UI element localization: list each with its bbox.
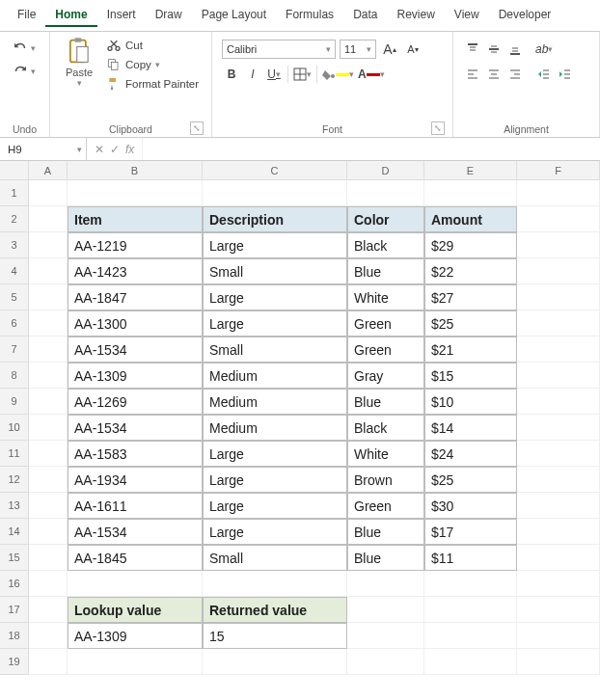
- borders-button[interactable]: ▾: [292, 65, 313, 84]
- cell-D4[interactable]: Blue: [347, 258, 424, 284]
- cell-A12[interactable]: [29, 467, 68, 493]
- cell-B5[interactable]: AA-1847: [68, 284, 203, 310]
- cell-A2[interactable]: [29, 206, 68, 232]
- cell-A10[interactable]: [29, 415, 68, 441]
- cell-F16[interactable]: [517, 571, 600, 597]
- cell-D6[interactable]: Green: [347, 310, 424, 337]
- cell-F19[interactable]: [517, 649, 600, 675]
- row-header-12[interactable]: 12: [0, 467, 29, 493]
- cell-C14[interactable]: Large: [203, 519, 347, 545]
- row-header-19[interactable]: 19: [0, 649, 29, 675]
- cell-C15[interactable]: Small: [203, 545, 347, 571]
- cell-A7[interactable]: [29, 337, 68, 363]
- menu-tab-insert[interactable]: Insert: [97, 4, 146, 27]
- menu-tab-data[interactable]: Data: [343, 4, 387, 27]
- cell-D17[interactable]: [347, 597, 424, 623]
- cell-A13[interactable]: [29, 493, 68, 519]
- cell-E8[interactable]: $15: [424, 363, 517, 389]
- cell-D5[interactable]: White: [347, 284, 424, 310]
- cell-C4[interactable]: Small: [203, 258, 347, 284]
- cell-F8[interactable]: [517, 363, 600, 389]
- cell-E13[interactable]: $30: [424, 493, 517, 519]
- cell-C8[interactable]: Medium: [203, 363, 347, 389]
- row-header-3[interactable]: 3: [0, 232, 29, 258]
- cell-F11[interactable]: [517, 441, 600, 467]
- cell-D11[interactable]: White: [347, 441, 424, 467]
- cell-B6[interactable]: AA-1300: [68, 310, 203, 337]
- row-header-6[interactable]: 6: [0, 310, 29, 337]
- cell-F6[interactable]: [517, 310, 600, 337]
- increase-font-button[interactable]: A▴: [380, 40, 399, 59]
- row-header-4[interactable]: 4: [0, 258, 29, 284]
- cell-A9[interactable]: [29, 389, 68, 415]
- cell-B16[interactable]: [68, 571, 203, 597]
- cell-E18[interactable]: [424, 623, 517, 649]
- cell-E16[interactable]: [424, 571, 517, 597]
- menu-tab-home[interactable]: Home: [45, 4, 96, 27]
- cell-B9[interactable]: AA-1269: [68, 389, 203, 415]
- cell-E10[interactable]: $14: [424, 415, 517, 441]
- cell-B1[interactable]: [68, 180, 203, 206]
- cell-D13[interactable]: Green: [347, 493, 424, 519]
- cell-B19[interactable]: [68, 649, 203, 675]
- cell-B12[interactable]: AA-1934: [68, 467, 203, 493]
- cell-E5[interactable]: $27: [424, 284, 517, 310]
- cell-E1[interactable]: [424, 180, 517, 206]
- cell-E3[interactable]: $29: [424, 232, 517, 258]
- align-left-button[interactable]: [463, 65, 482, 84]
- row-header-5[interactable]: 5: [0, 284, 29, 310]
- redo-button[interactable]: ▾: [12, 63, 38, 80]
- cell-D19[interactable]: [347, 649, 424, 675]
- cell-A18[interactable]: [29, 623, 68, 649]
- cell-A15[interactable]: [29, 545, 68, 571]
- row-header-10[interactable]: 10: [0, 415, 29, 441]
- row-header-11[interactable]: 11: [0, 441, 29, 467]
- fx-icon[interactable]: fx: [125, 143, 134, 156]
- cell-F12[interactable]: [517, 467, 600, 493]
- col-header-D[interactable]: D: [347, 161, 424, 180]
- row-header-15[interactable]: 15: [0, 545, 29, 571]
- cell-C13[interactable]: Large: [203, 493, 347, 519]
- increase-indent-button[interactable]: [556, 65, 575, 84]
- col-header-B[interactable]: B: [68, 161, 203, 180]
- cell-C17[interactable]: Returned value: [203, 597, 347, 623]
- cell-B8[interactable]: AA-1309: [68, 363, 203, 389]
- row-header-13[interactable]: 13: [0, 493, 29, 519]
- cell-F7[interactable]: [517, 337, 600, 363]
- align-middle-button[interactable]: [484, 40, 504, 59]
- cell-F5[interactable]: [517, 284, 600, 310]
- col-header-E[interactable]: E: [424, 161, 517, 180]
- cell-E7[interactable]: $21: [424, 337, 517, 363]
- cell-C18[interactable]: 15: [203, 623, 347, 649]
- cell-F17[interactable]: [517, 597, 600, 623]
- align-bottom-button[interactable]: [505, 40, 525, 59]
- cell-B15[interactable]: AA-1845: [68, 545, 203, 571]
- cell-E15[interactable]: $11: [424, 545, 517, 571]
- decrease-font-button[interactable]: A▾: [403, 40, 423, 59]
- cell-A1[interactable]: [29, 180, 68, 206]
- font-size-select[interactable]: 11▾: [340, 40, 376, 59]
- cancel-formula-icon[interactable]: ✕: [95, 143, 104, 156]
- cell-B2[interactable]: Item: [68, 206, 203, 232]
- cell-A8[interactable]: [29, 363, 68, 389]
- row-header-9[interactable]: 9: [0, 389, 29, 415]
- row-header-16[interactable]: 16: [0, 571, 29, 597]
- cell-D12[interactable]: Brown: [347, 467, 424, 493]
- cell-F2[interactable]: [517, 206, 600, 232]
- clipboard-dialog-launcher[interactable]: ⤡: [190, 121, 204, 135]
- menu-tab-formulas[interactable]: Formulas: [276, 4, 343, 27]
- cell-A19[interactable]: [29, 649, 68, 675]
- cell-C6[interactable]: Large: [203, 310, 347, 337]
- cell-C16[interactable]: [203, 571, 347, 597]
- orientation-button[interactable]: ab▾: [534, 40, 554, 59]
- cell-E11[interactable]: $24: [424, 441, 517, 467]
- menu-tab-file[interactable]: File: [8, 4, 45, 27]
- cell-A11[interactable]: [29, 441, 68, 467]
- formula-input[interactable]: [143, 138, 600, 160]
- col-header-A[interactable]: A: [29, 161, 68, 180]
- cell-F3[interactable]: [517, 232, 600, 258]
- cell-C1[interactable]: [203, 180, 347, 206]
- cell-C10[interactable]: Medium: [203, 415, 347, 441]
- menu-tab-page-layout[interactable]: Page Layout: [192, 4, 276, 27]
- bold-button[interactable]: B: [222, 65, 241, 84]
